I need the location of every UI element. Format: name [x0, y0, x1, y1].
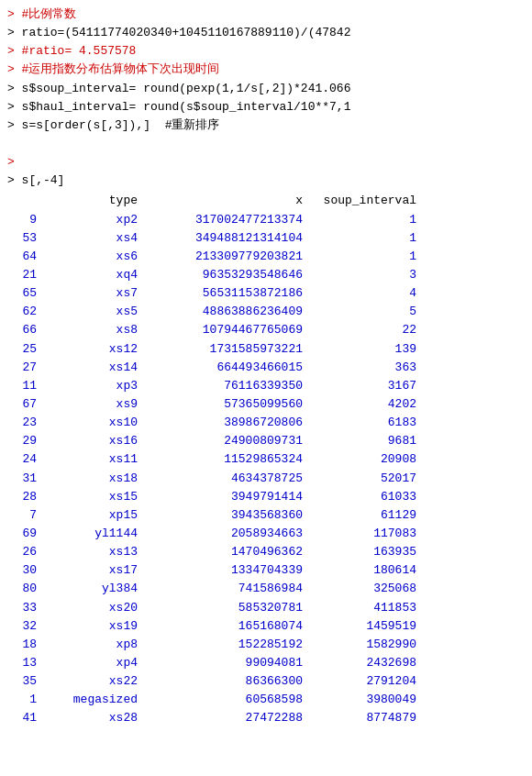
table-row: 33xs20585320781411853: [7, 599, 525, 617]
row-index: 29: [7, 432, 40, 450]
table-row: 1megasized605685983980049: [7, 691, 525, 709]
table-row: 41xs28274722888774879: [7, 709, 525, 727]
row-soup-interval: 2791204: [306, 672, 416, 691]
row-index: 62: [7, 303, 40, 321]
row-soup-interval: 1582990: [306, 636, 416, 654]
row-soup-interval: 1: [306, 211, 416, 229]
row-soup-interval: 3: [306, 266, 416, 284]
row-type: xs8: [40, 321, 141, 339]
table-body: 9xp2317002477213374153xs4349488121314104…: [7, 211, 525, 728]
row-x: 152285192: [141, 636, 306, 654]
row-x: 11529865324: [141, 450, 306, 469]
row-soup-interval: 5: [306, 303, 416, 321]
row-type: xs10: [40, 414, 141, 432]
row-index: 13: [7, 654, 40, 672]
row-x: 48863886236409: [141, 303, 306, 321]
row-type: xs20: [40, 599, 141, 617]
table-row: 80yl384741586984325068: [7, 580, 525, 598]
row-index: 32: [7, 617, 40, 636]
row-index: 9: [7, 211, 40, 229]
table-row: 31xs18463437872552017: [7, 470, 525, 488]
row-index: 30: [7, 561, 40, 580]
row-soup-interval: 20908: [306, 450, 416, 469]
table-row: 9xp23170024772133741: [7, 211, 525, 229]
row-type: xs11: [40, 450, 141, 469]
row-type: xs16: [40, 432, 141, 450]
row-soup-interval: 363: [306, 359, 416, 377]
row-type: xs22: [40, 672, 141, 691]
row-index: 33: [7, 599, 40, 617]
row-index: 53: [7, 229, 40, 248]
row-soup-interval: 3980049: [306, 691, 416, 709]
table-row: 26xs131470496362163935: [7, 543, 525, 561]
row-x: 317002477213374: [141, 211, 306, 229]
row-soup-interval: 180614: [306, 561, 416, 580]
row-soup-interval: 411853: [306, 599, 416, 617]
row-index: 80: [7, 580, 40, 598]
row-soup-interval: 3167: [306, 377, 416, 395]
row-soup-interval: 1: [306, 248, 416, 266]
row-index: 65: [7, 284, 40, 303]
row-x: 96353293548646: [141, 266, 306, 284]
line-code-1: > ratio=(54111774020340+1045110167889110…: [7, 24, 525, 42]
row-type: xs18: [40, 470, 141, 488]
row-soup-interval: 61129: [306, 506, 416, 525]
line-comment-1: > #比例常数: [7, 6, 525, 24]
row-soup-interval: 1: [306, 229, 416, 248]
row-x: 99094081: [141, 654, 306, 672]
row-x: 4634378725: [141, 470, 306, 488]
row-x: 60568598: [141, 691, 306, 709]
row-type: xp8: [40, 636, 141, 654]
row-x: 585320781: [141, 599, 306, 617]
row-index: 28: [7, 488, 40, 506]
row-x: 1731585973221: [141, 340, 306, 359]
table-row: 35xs22863663002791204: [7, 672, 525, 691]
line-code-2: > s$soup_interval= round(pexp(1,1/s[,2])…: [7, 80, 525, 98]
row-type: xp3: [40, 377, 141, 395]
row-x: 24900809731: [141, 432, 306, 450]
row-soup-interval: 8774879: [306, 709, 416, 727]
row-soup-interval: 117083: [306, 525, 416, 543]
line-code-3: > s$haul_interval= round(s$soup_interval…: [7, 98, 525, 116]
table-row: 13xp4990940812432698: [7, 654, 525, 672]
row-type: xs13: [40, 543, 141, 561]
row-soup-interval: 4: [306, 284, 416, 303]
row-index: 18: [7, 636, 40, 654]
row-soup-interval: 1459519: [306, 617, 416, 636]
table-row: 24xs111152986532420908: [7, 450, 525, 469]
row-type: xs17: [40, 561, 141, 580]
row-x: 56531153872186: [141, 284, 306, 303]
cmd-line: > s[,-4]: [7, 172, 525, 190]
row-x: 3949791414: [141, 488, 306, 506]
row-x: 1334704339: [141, 561, 306, 580]
table-row: 69yl11442058934663117083: [7, 525, 525, 543]
table-row: 64xs62133097792038211: [7, 248, 525, 266]
table-row: 30xs171334704339180614: [7, 561, 525, 580]
row-index: 64: [7, 248, 40, 266]
line-comment-3: > #运用指数分布估算物体下次出现时间: [7, 61, 525, 79]
row-x: 349488121314104: [141, 229, 306, 248]
row-index: 67: [7, 395, 40, 414]
empty-line-1: [7, 135, 525, 153]
prompt-line: >: [7, 153, 525, 172]
table-row: 18xp81522851921582990: [7, 636, 525, 654]
row-index: 69: [7, 525, 40, 543]
row-index: 7: [7, 506, 40, 525]
row-soup-interval: 325068: [306, 580, 416, 598]
row-type: xs28: [40, 709, 141, 727]
table-row: 27xs14664493466015363: [7, 359, 525, 377]
row-x: 2058934663: [141, 525, 306, 543]
row-x: 57365099560: [141, 395, 306, 414]
row-type: xs19: [40, 617, 141, 636]
row-index: 27: [7, 359, 40, 377]
row-type: megasized: [40, 691, 141, 709]
row-type: xs14: [40, 359, 141, 377]
header-index: [7, 192, 40, 210]
row-x: 27472288: [141, 709, 306, 727]
console-output: > #比例常数 > ratio=(54111774020340+10451101…: [0, 0, 532, 733]
header-x: x: [141, 192, 306, 210]
table-row: 53xs43494881213141041: [7, 229, 525, 248]
table-row: 65xs7565311538721864: [7, 284, 525, 303]
row-index: 35: [7, 672, 40, 691]
row-soup-interval: 6183: [306, 414, 416, 432]
